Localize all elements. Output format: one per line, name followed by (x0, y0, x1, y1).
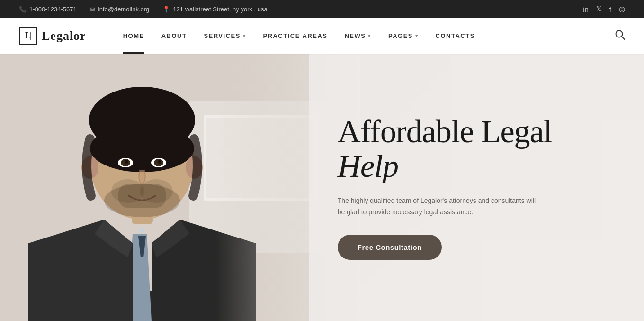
logo-initial: L| (25, 31, 31, 41)
nav-item-home[interactable]: HOME (115, 18, 153, 54)
hero-content: Affordable Legal Help The highly qualifi… (309, 54, 644, 321)
email-address: info@demolink.org (98, 6, 150, 13)
logo-name: Legalor (42, 29, 86, 43)
topbar-social: in 𝕏 f ◎ (583, 5, 625, 13)
nav-item-services[interactable]: SERVICES ▾ (195, 18, 254, 54)
address-text: 121 wallstreet Street, ny york , usa (173, 6, 267, 13)
hero-person-illustration (0, 54, 360, 321)
topbar-address: 📍 121 wallstreet Street, ny york , usa (162, 6, 267, 13)
nav-item-news[interactable]: NEWS ▾ (336, 18, 380, 54)
topbar-email[interactable]: ✉ info@demolink.org (90, 6, 150, 13)
phone-number: 1-800-1234-5671 (29, 6, 77, 13)
hero-section: Affordable Legal Help The highly qualifi… (0, 54, 644, 321)
logo[interactable]: L| Legalor (19, 27, 86, 45)
hero-subtitle: The highly qualified team of Legalor's a… (338, 195, 537, 218)
logo-icon: L| (19, 27, 37, 45)
nav-item-practice-areas[interactable]: PRACTICE AREAS (254, 18, 336, 54)
linkedin-icon[interactable]: in (583, 5, 589, 13)
navbar: L| Legalor HOME ABOUT SERVICES ▾ PRACTIC… (0, 18, 644, 54)
hero-title-line2: Help (338, 148, 606, 184)
twitter-icon[interactable]: 𝕏 (596, 5, 602, 13)
phone-icon: 📞 (19, 6, 27, 13)
topbar-contact-info: 📞 1-800-1234-5671 ✉ info@demolink.org 📍 … (19, 6, 268, 13)
topbar-phone[interactable]: 📞 1-800-1234-5671 (19, 6, 77, 13)
pages-chevron: ▾ (415, 33, 419, 38)
facebook-icon[interactable]: f (609, 5, 611, 13)
topbar: 📞 1-800-1234-5671 ✉ info@demolink.org 📍 … (0, 0, 644, 18)
nav-item-pages[interactable]: PAGES ▾ (380, 18, 427, 54)
nav-item-about[interactable]: ABOUT (153, 18, 196, 54)
hero-title-line1: Affordable Legal (338, 115, 606, 148)
instagram-icon[interactable]: ◎ (619, 5, 625, 13)
location-icon: 📍 (162, 6, 170, 13)
search-icon (615, 29, 625, 40)
nav-item-contacts[interactable]: CONTACTS (427, 18, 483, 54)
nav-links: HOME ABOUT SERVICES ▾ PRACTICE AREAS NEW… (115, 18, 615, 54)
news-chevron: ▾ (368, 33, 371, 38)
hero-title: Affordable Legal Help (338, 115, 606, 195)
search-button[interactable] (615, 29, 625, 42)
free-consultation-button[interactable]: Free Consultation (338, 235, 442, 260)
svg-rect-30 (0, 54, 360, 321)
services-chevron: ▾ (243, 33, 246, 38)
email-icon: ✉ (90, 6, 95, 13)
svg-line-1 (622, 37, 625, 40)
